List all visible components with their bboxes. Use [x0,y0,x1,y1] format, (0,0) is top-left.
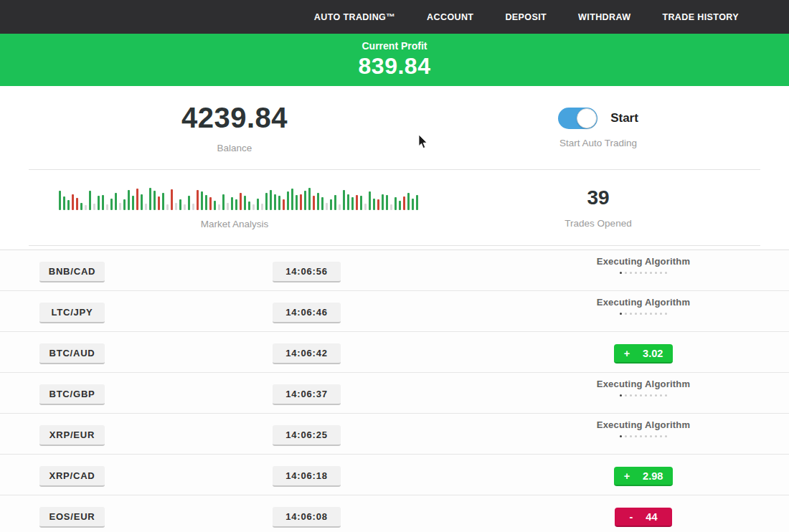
pair-chip: BTC/AUD [39,343,105,364]
trade-status: +2.98 [554,460,733,486]
result-sign: + [624,470,630,482]
progress-dot [635,313,637,315]
chart-bar [394,197,397,210]
trades-table: BNB/CAD 14:06:56 Executing Algorithm LTC… [0,250,789,532]
market-analysis-chart [59,186,421,210]
top-navbar: AUTO TRADING™ ACCOUNT DEPOSIT WITHDRAW T… [0,0,789,34]
chart-bar [304,191,306,210]
trade-row: XRP/EUR 14:06:25 Executing Algorithm [0,413,789,454]
nav-item-auto-trading[interactable]: AUTO TRADING™ [314,12,395,22]
chart-bar [227,203,229,210]
result-sign: - [630,511,633,523]
chart-bar [136,189,138,210]
chart-bar [59,191,61,210]
chart-bar [158,196,160,210]
nav-item-account[interactable]: ACCOUNT [427,12,473,22]
chart-bar [291,189,293,210]
executing-algorithm-label: Executing Algorithm [554,256,733,267]
pair-chip: XRP/CAD [39,466,105,487]
progress-dot [625,435,627,437]
chart-bar [317,193,319,210]
progress-dot [655,313,657,315]
chart-bar [252,204,255,210]
trade-row: BNB/CAD 14:06:56 Executing Algorithm [0,250,789,290]
chart-bar [222,194,225,210]
market-analysis-stat: Market Analysis [29,170,440,245]
chart-bar [377,199,379,210]
trade-status: Executing Algorithm [554,297,733,315]
chart-bar [373,199,375,210]
trade-status: +3.02 [554,338,733,364]
chart-bar [197,190,199,210]
progress-dot [660,272,662,274]
trade-status: Executing Algorithm [554,256,733,274]
balance-stat: 4239.84 Balance [29,86,440,169]
chart-bar [209,197,212,210]
chart-bar [308,188,311,210]
chart-bar [76,198,78,210]
trades-opened-stat: 39 Trades Opened [440,170,756,245]
chart-bar [248,201,250,210]
chart-bar [339,204,341,210]
profit-badge: +3.02 [614,344,674,364]
chart-bar [214,201,216,210]
chart-bar [390,204,392,210]
progress-dot [635,272,637,274]
chart-bar [300,194,302,210]
toggle-knob [577,108,597,128]
auto-trading-toggle[interactable] [558,108,597,129]
time-chip: 14:06:25 [273,425,341,446]
progress-dot [630,272,632,274]
progress-dot [625,272,627,274]
chart-bar [274,194,276,210]
chart-bar [205,195,207,210]
chart-bar [231,197,233,210]
chart-bar [171,189,173,210]
chart-bar [265,193,268,210]
nav-item-deposit[interactable]: DEPOSIT [505,12,547,22]
toggle-label: Start [610,111,638,125]
chart-bar [313,196,315,210]
progress-dot [645,394,647,396]
auto-trading-stat: Start Start Auto Trading [440,86,756,169]
trade-status: Executing Algorithm [554,419,733,437]
progress-dots [554,272,733,274]
chart-bar [399,201,401,210]
balance-value: 4239.84 [181,102,288,134]
chart-bar [166,204,169,210]
time-chip: 14:06:37 [273,384,341,405]
auto-trading-label: Start Auto Trading [559,138,637,148]
progress-dot [665,313,667,315]
stats-top-section: 4239.84 Balance Start Start Auto Trading [29,86,760,170]
chart-bar [80,203,82,210]
chart-bar [128,190,130,210]
chart-bar [235,199,237,210]
progress-dot [635,435,637,437]
chart-bar [141,194,143,210]
profit-banner-label: Current Profit [0,40,789,52]
chart-bar [412,199,414,210]
progress-dots [554,313,733,315]
progress-dot [655,435,657,437]
app-root: AUTO TRADING™ ACCOUNT DEPOSIT WITHDRAW T… [0,0,789,532]
chart-bar [67,200,70,210]
chart-bar [106,204,108,210]
time-chip: 14:06:46 [273,303,341,323]
time-chip: 14:06:56 [273,262,341,282]
progress-dot [630,313,632,315]
progress-dot [655,272,657,274]
nav-item-trade-history[interactable]: TRADE HISTORY [662,12,739,22]
progress-dot [625,394,627,396]
chart-bar [153,191,156,210]
progress-dot [645,313,647,315]
progress-dot [620,313,622,315]
chart-bar [240,193,242,210]
nav-item-withdraw[interactable]: WITHDRAW [578,12,630,22]
result-sign: + [624,348,630,359]
executing-algorithm-label: Executing Algorithm [554,379,733,389]
trade-row: BTC/AUD 14:06:42 +3.02 [0,331,789,372]
chart-bar [364,204,367,210]
trade-row: LTC/JPY 14:06:46 Executing Algorithm [0,290,789,331]
progress-dot [640,313,642,315]
executing-algorithm-label: Executing Algorithm [554,419,733,430]
